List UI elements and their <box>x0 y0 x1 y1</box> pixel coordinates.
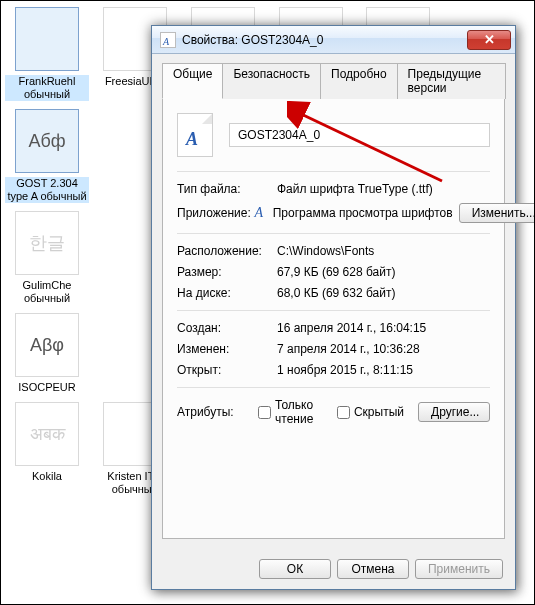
value-accessed: 1 ноября 2015 г., 8:11:15 <box>277 363 490 377</box>
label-sizeondisk: На диске: <box>177 286 277 300</box>
font-thumbnail[interactable]: अबक <box>15 402 79 466</box>
font-thumbnail[interactable]: Абф <box>15 109 79 173</box>
value-modified: 7 апреля 2014 г., 10:36:28 <box>277 342 490 356</box>
tab-bar: Общие Безопасность Подробно Предыдущие в… <box>162 62 505 99</box>
app-icon: A <box>251 205 267 221</box>
value-created: 16 апреля 2014 г., 16:04:15 <box>277 321 490 335</box>
value-sizeondisk: 68,0 КБ (69 632 байт) <box>277 286 490 300</box>
ok-button[interactable]: ОК <box>259 559 331 579</box>
label-app: Приложение: <box>177 206 251 220</box>
font-label: ISOCPEUR <box>5 381 89 394</box>
label-attributes: Атрибуты: <box>177 405 244 419</box>
value-location: C:\Windows\Fonts <box>277 244 490 258</box>
filename-field[interactable]: GOST2304A_0 <box>229 123 490 147</box>
font-item[interactable]: 한글GulimChe обычный <box>5 211 89 305</box>
font-thumbnail[interactable]: Αβφ <box>15 313 79 377</box>
tab-details[interactable]: Подробно <box>320 63 398 99</box>
font-label: GulimChe обычный <box>5 279 89 305</box>
dialog-footer: ОК Отмена Применить <box>152 549 515 589</box>
font-item[interactable]: अबकKokila <box>5 402 89 496</box>
label-accessed: Открыт: <box>177 363 277 377</box>
label-modified: Изменен: <box>177 342 277 356</box>
value-size: 67,9 КБ (69 628 байт) <box>277 265 490 279</box>
change-app-button[interactable]: Изменить... <box>459 203 535 223</box>
checkbox-readonly[interactable]: Только чтение <box>258 398 323 426</box>
font-item[interactable]: АбфGOST 2.304 type A обычный <box>5 109 89 203</box>
tab-panel-general: A GOST2304A_0 Тип файла:Файл шрифта True… <box>162 99 505 539</box>
tab-general[interactable]: Общие <box>162 63 223 99</box>
font-file-icon <box>160 32 176 48</box>
window-title: Свойства: GOST2304A_0 <box>182 33 467 47</box>
label-size: Размер: <box>177 265 277 279</box>
label-location: Расположение: <box>177 244 277 258</box>
tab-previous-versions[interactable]: Предыдущие версии <box>397 63 506 99</box>
value-app: Программа просмотра шрифтов <box>273 206 453 220</box>
checkbox-hidden[interactable]: Скрытый <box>337 405 404 419</box>
file-type-icon: A <box>177 113 213 157</box>
font-label: GOST 2.304 type A обычный <box>5 177 89 203</box>
font-label: Kokila <box>5 470 89 483</box>
font-thumbnail[interactable] <box>15 7 79 71</box>
value-filetype: Файл шрифта TrueType (.ttf) <box>277 182 490 196</box>
close-button[interactable]: ✕ <box>467 30 511 50</box>
properties-dialog: Свойства: GOST2304A_0 ✕ Общие Безопаснос… <box>151 25 516 590</box>
tab-security[interactable]: Безопасность <box>222 63 321 99</box>
font-thumbnail[interactable]: 한글 <box>15 211 79 275</box>
font-label: FrankRuehl обычный <box>5 75 89 101</box>
advanced-attrs-button[interactable]: Другие... <box>418 402 490 422</box>
label-created: Создан: <box>177 321 277 335</box>
label-filetype: Тип файла: <box>177 182 277 196</box>
font-item[interactable]: ΑβφISOCPEUR <box>5 313 89 394</box>
font-item[interactable]: FrankRuehl обычный <box>5 7 89 101</box>
cancel-button[interactable]: Отмена <box>337 559 409 579</box>
titlebar[interactable]: Свойства: GOST2304A_0 ✕ <box>152 26 515 54</box>
apply-button[interactable]: Применить <box>415 559 503 579</box>
